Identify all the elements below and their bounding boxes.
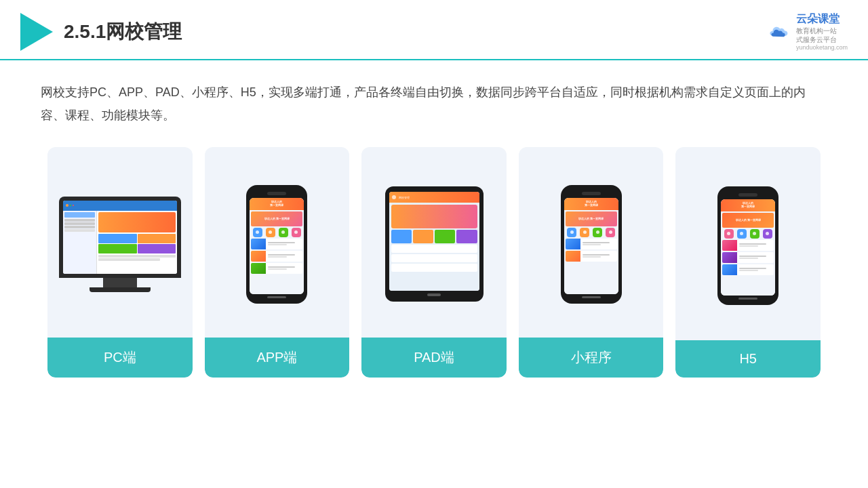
phone-home-bar: [267, 296, 286, 298]
h5-card: 职达人的第一堂网课 职达人的 第一堂网课: [675, 147, 821, 378]
brand-name-text: 云朵课堂: [796, 12, 840, 26]
pad-card-label: PAD端: [361, 338, 507, 378]
monitor-outer: [59, 197, 181, 278]
pc-monitor-mockup: [59, 197, 181, 292]
miniprogram-phone-mockup: 职达人的第一堂网课 职达人的 第一堂网课: [561, 185, 622, 304]
logo-triangle-icon: [20, 13, 53, 51]
miniprogram-image-area: 职达人的第一堂网课 职达人的 第一堂网课: [519, 147, 664, 338]
app-phone-mockup: 职达人的第一堂网课 职达人的 第一堂网课: [246, 185, 307, 304]
pad-image-area: 网校管理: [361, 147, 507, 338]
phone-notch-2: [582, 192, 601, 195]
brand-url-text: yunduoketang.com: [796, 44, 848, 51]
phone-screen-2: 职达人的第一堂网课 职达人的 第一堂网课: [564, 198, 618, 294]
tablet-screen: 网校管理: [389, 192, 479, 291]
main-content: 网校支持PC、APP、PAD、小程序、H5，实现多端打通，产品各终端自由切换，数…: [0, 60, 868, 391]
monitor-screen: [63, 201, 177, 274]
monitor-base: [90, 287, 151, 292]
app-card: 职达人的第一堂网课 职达人的 第一堂网课: [205, 147, 350, 378]
pc-card-label: PC端: [47, 338, 193, 378]
phone-screen: 职达人的第一堂网课 职达人的 第一堂网课: [250, 198, 304, 294]
page-title: 2.5.1网校管理: [64, 19, 182, 45]
h5-card-label: H5: [675, 340, 821, 378]
platform-cards-row: PC端 职达人的第一堂网课 职达人的 第一堂网课: [41, 147, 827, 378]
header-left: 2.5.1网校管理: [20, 13, 182, 51]
h5-image-area: 职达人的第一堂网课 职达人的 第一堂网课: [675, 147, 821, 340]
brand-text: 云朵课堂 教育机构一站 式服务云平台 yunduoketang.com: [796, 12, 848, 51]
cloud-icon: [762, 22, 792, 42]
monitor-stand: [103, 278, 137, 287]
pad-card: 网校管理: [361, 147, 507, 378]
h5-phone-mockup: 职达人的第一堂网课 职达人的 第一堂网课: [717, 186, 778, 305]
app-card-label: APP端: [205, 338, 350, 378]
header-right: 云朵课堂 教育机构一站 式服务云平台 yunduoketang.com: [762, 12, 848, 51]
pc-card: PC端: [47, 147, 193, 378]
miniprogram-card-label: 小程序: [519, 338, 664, 378]
phone-notch-3: [738, 193, 757, 197]
miniprogram-card: 职达人的第一堂网课 职达人的 第一堂网课: [519, 147, 664, 378]
phone-home-bar-2: [582, 296, 601, 298]
pc-image-area: [47, 147, 193, 338]
description-text: 网校支持PC、APP、PAD、小程序、H5，实现多端打通，产品各终端自由切换，数…: [41, 81, 827, 127]
phone-home-bar-3: [738, 298, 757, 300]
page-header: 2.5.1网校管理 云朵课堂 教育机构一站 式服务云平台 yunduoketan…: [0, 0, 868, 60]
phone-notch: [267, 192, 286, 195]
brand-logo: 云朵课堂 教育机构一站 式服务云平台 yunduoketang.com: [762, 12, 848, 51]
phone-screen-3: 职达人的第一堂网课 职达人的 第一堂网课: [721, 199, 775, 296]
brand-tag-text: 教育机构一站 式服务云平台: [796, 26, 837, 44]
pad-tablet-mockup: 网校管理: [385, 186, 484, 302]
tablet-home-btn: [427, 293, 441, 296]
app-image-area: 职达人的第一堂网课 职达人的 第一堂网课: [205, 147, 350, 338]
